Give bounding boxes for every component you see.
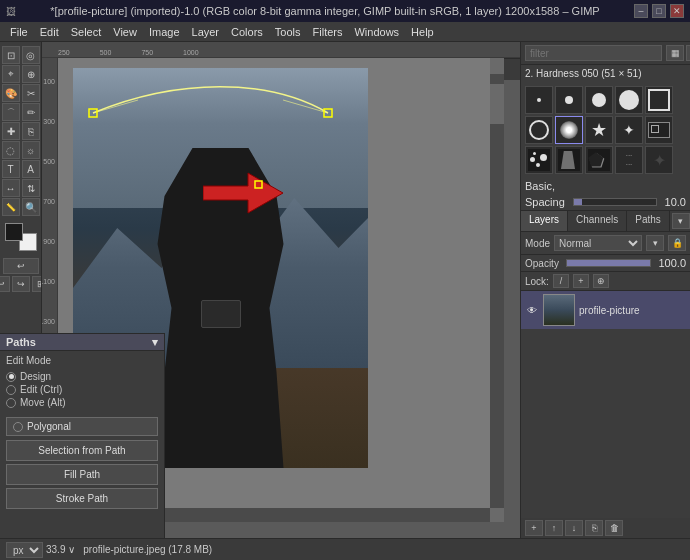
panel-menu-icon[interactable]: ▾ (672, 213, 690, 229)
tool-flip[interactable]: ⇅ (22, 179, 40, 197)
brush-item-12[interactable] (555, 146, 583, 174)
new-layer-btn[interactable]: + (525, 520, 543, 536)
panel-tabs: Layers Channels Paths ▾ (521, 211, 690, 232)
menu-layer[interactable]: Layer (186, 24, 226, 40)
brush-item-15[interactable]: ✦ (645, 146, 673, 174)
menu-select[interactable]: Select (65, 24, 108, 40)
brush-item-13[interactable]: ⬟ (585, 146, 613, 174)
tool-fuzzy-select[interactable]: ⊕ (22, 65, 40, 83)
paths-panel-title: Paths ▾ (0, 334, 164, 351)
radio-move[interactable]: Move (Alt) (6, 396, 158, 409)
tool-clone[interactable]: ⎘ (22, 122, 40, 140)
brush-item-14[interactable]: ······ (615, 146, 643, 174)
minimize-button[interactable]: – (634, 4, 648, 18)
radio-edit[interactable]: Edit (Ctrl) (6, 383, 158, 396)
polygonal-radio (13, 422, 23, 432)
delete-layer-btn[interactable]: 🗑 (605, 520, 623, 536)
selection-from-path-button[interactable]: Selection from Path (6, 440, 158, 461)
mode-extra[interactable]: ▾ (646, 235, 664, 251)
brush-basic-label: Basic, (525, 180, 555, 192)
tool-measure[interactable]: 📏 (2, 198, 20, 216)
status-filename: profile-picture.jpeg (17.8 MB) (83, 544, 212, 555)
menu-edit[interactable]: Edit (34, 24, 65, 40)
tool-color-select[interactable]: 🎨 (2, 84, 20, 102)
menu-help[interactable]: Help (405, 24, 440, 40)
brush-item-1[interactable] (525, 86, 553, 114)
menu-filters[interactable]: Filters (307, 24, 349, 40)
brush-item-9[interactable]: ✦ (615, 116, 643, 144)
brush-item-7[interactable] (555, 116, 583, 144)
close-button[interactable]: ✕ (670, 4, 684, 18)
tool-rect-select[interactable]: ⊡ (2, 46, 20, 64)
tool-scissors[interactable]: ✂ (22, 84, 40, 102)
layer-opacity-row: Opacity 100.0 (521, 255, 690, 272)
radio-design[interactable]: Design (6, 370, 158, 383)
menu-file[interactable]: File (4, 24, 34, 40)
layer-up-btn[interactable]: ↑ (545, 520, 563, 536)
polygonal-button[interactable]: Polygonal (6, 417, 158, 436)
brush-item-4[interactable] (615, 86, 643, 114)
fill-path-button[interactable]: Fill Path (6, 464, 158, 485)
duplicate-layer-btn[interactable]: ⎘ (585, 520, 603, 536)
status-unit-select[interactable]: px (6, 542, 43, 558)
tab-channels[interactable]: Channels (568, 211, 627, 231)
tool-zoom[interactable]: 🔍 (22, 198, 40, 216)
brush-filter-input[interactable] (525, 45, 662, 61)
menu-windows[interactable]: Windows (348, 24, 405, 40)
paths-panel-expand[interactable]: ▾ (152, 336, 158, 349)
tab-paths[interactable]: Paths (627, 211, 670, 231)
tool-align[interactable]: A (22, 160, 40, 178)
brush-item-2[interactable] (555, 86, 583, 114)
mode-lock[interactable]: 🔒 (668, 235, 686, 251)
radio-design-dot (6, 372, 16, 382)
tool-free-select[interactable]: ⌖ (2, 65, 20, 83)
layer-down-btn[interactable]: ↓ (565, 520, 583, 536)
tool-redo[interactable]: ↪ (12, 276, 30, 292)
tool-paths[interactable]: ⌒ (2, 103, 20, 121)
mode-select[interactable]: Normal (554, 235, 642, 251)
menu-view[interactable]: View (107, 24, 143, 40)
brush-item-5[interactable] (645, 86, 673, 114)
spacing-label: Spacing (525, 196, 565, 208)
layer-visibility-icon[interactable]: 👁 (525, 303, 539, 317)
maximize-button[interactable]: □ (652, 4, 666, 18)
brush-item-3[interactable] (585, 86, 613, 114)
tab-layers[interactable]: Layers (521, 211, 568, 231)
layer-item[interactable]: 👁 profile-picture (521, 291, 690, 329)
tool-dodge[interactable]: ☼ (22, 141, 40, 159)
brush-grid-view[interactable]: ▦ (666, 45, 684, 61)
right-panel: ▦ ≡ 2. Hardness 050 (51 × 51) ★ (520, 42, 690, 538)
tool-undo[interactable]: ↩ (0, 276, 10, 292)
brush-item-11[interactable] (525, 146, 553, 174)
layers-panel: Layers Channels Paths ▾ Mode Normal ▾ 🔒 … (521, 210, 690, 538)
brush-item-10[interactable] (645, 116, 673, 144)
status-zoom: 33.9 ∨ (46, 544, 75, 555)
edit-mode-label: Edit Mode (6, 355, 158, 366)
foreground-background-colors[interactable] (5, 223, 37, 251)
menu-tools[interactable]: Tools (269, 24, 307, 40)
lock-draw-icon[interactable]: + (573, 274, 589, 288)
tool-transform[interactable]: ↔ (2, 179, 20, 197)
layer-mode-row: Mode Normal ▾ 🔒 (521, 232, 690, 255)
canvas-scrollbar-vertical[interactable] (490, 74, 504, 508)
lock-move-icon[interactable]: ⊕ (593, 274, 609, 288)
tool-heal[interactable]: ✚ (2, 122, 20, 140)
tool-ellipse-select[interactable]: ◎ (22, 46, 40, 64)
brush-list-view[interactable]: ≡ (686, 45, 690, 61)
foreground-color[interactable] (5, 223, 23, 241)
brush-name: 2. Hardness 050 (51 × 51) (521, 65, 690, 82)
brush-basic-row: Basic, (521, 178, 690, 194)
tool-option-3[interactable]: ⊞ (32, 276, 43, 292)
menu-colors[interactable]: Colors (225, 24, 269, 40)
brush-item-8[interactable]: ★ (585, 116, 613, 144)
tool-paint[interactable]: ✏ (22, 103, 40, 121)
tool-option-1[interactable]: ↩ (3, 258, 39, 274)
lock-alpha-icon[interactable]: / (553, 274, 569, 288)
paths-panel: Paths ▾ Edit Mode Design Edit (Ctrl) Mov… (0, 333, 165, 538)
menu-image[interactable]: Image (143, 24, 186, 40)
red-arrow (203, 168, 283, 218)
stroke-path-button[interactable]: Stroke Path (6, 488, 158, 509)
brush-item-6[interactable] (525, 116, 553, 144)
tool-blur[interactable]: ◌ (2, 141, 20, 159)
tool-text[interactable]: T (2, 160, 20, 178)
